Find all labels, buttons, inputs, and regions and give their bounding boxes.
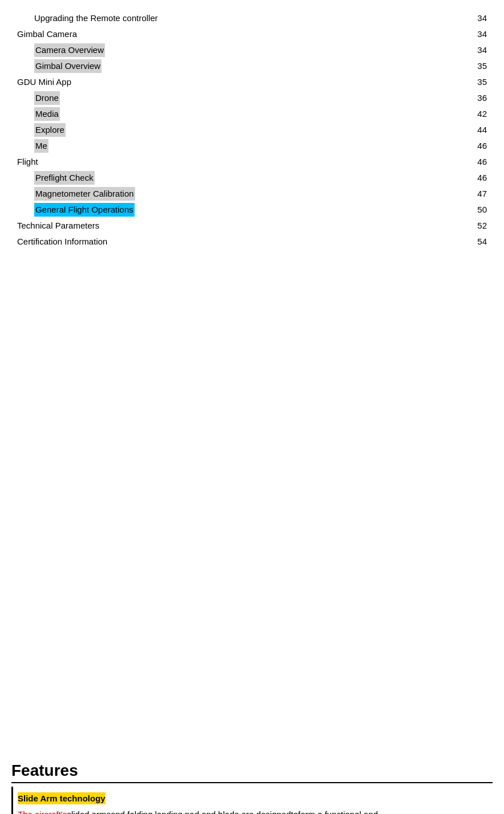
body-underline2: to [291,808,298,814]
toc-page: 46 [477,171,487,185]
toc-entry-technical-parameters[interactable]: Technical Parameters 52 [17,219,487,233]
toc-dots [67,125,476,134]
toc-label: Explore [34,123,66,137]
toc-label: Technical Parameters [17,219,99,233]
toc-label: Gimbal Camera [17,27,77,41]
toc-label: Media [34,107,60,121]
toc-label: Camera Overview [34,43,105,57]
toc-entry-me[interactable]: Me 46 [17,139,487,153]
toc-dots [136,189,477,198]
toc-dots [136,205,477,214]
toc-entry-gimbal-camera[interactable]: Gimbal Camera 34 [17,27,487,41]
toc-page: 35 [477,59,487,73]
toc-dots [72,78,476,86]
toc-dots [61,93,476,102]
aircraft-link[interactable]: The aircraft’s [18,808,67,814]
toc-page: 44 [477,123,487,137]
toc-page: 42 [477,107,487,121]
page-container: Upgrading the Remote controller 34 Gimba… [0,0,504,814]
toc-page: 52 [477,219,487,233]
toc-label: Gimbal Overview [34,59,101,73]
toc-dots [39,157,477,166]
features-body: The aircraft’s slided arms and folding l… [18,808,493,814]
toc-label: Preflight Check [34,171,95,185]
toc-entry-preflight-check[interactable]: Preflight Check 46 [17,171,487,185]
slide-arm-block: Slide Arm technology The aircraft’s slid… [11,787,493,814]
toc-dots [106,46,476,54]
toc-label: GDU Mini App [17,75,71,89]
toc-page: 36 [477,91,487,105]
body-text-2: and folding landing pad and blade are de… [111,808,291,814]
features-section: Features Slide Arm technology The aircra… [0,762,504,814]
toc-entry-general-flight-operations[interactable]: General Flight Operations 50 [17,203,487,217]
toc-entry-camera-overview[interactable]: Camera Overview 34 [17,43,487,57]
toc-dots [61,109,476,118]
toc-page: 35 [477,75,487,89]
toc-dots [108,237,476,246]
toc-page: 50 [477,203,487,217]
toc-label: Me [34,139,48,153]
toc-page: 34 [477,11,487,25]
toc-entry-certification-information[interactable]: Certification Information 54 [17,235,487,249]
toc-section: Upgrading the Remote controller 34 Gimba… [0,0,504,249]
toc-dots [159,14,477,22]
toc-entry-flight[interactable]: Flight 46 [17,155,487,169]
toc-entry-magnetometer-calibration[interactable]: Magnetometer Calibration 47 [17,187,487,201]
body-text-1: slided arm [67,808,106,814]
toc-label: Drone [34,91,60,105]
toc-entry-gdu-mini-app[interactable]: GDU Mini App 35 [17,75,487,89]
toc-entry-upgrading-remote[interactable]: Upgrading the Remote controller 34 [17,11,487,25]
toc-page: 34 [477,43,487,57]
toc-page: 47 [477,187,487,201]
toc-page: 34 [477,27,487,41]
toc-label: General Flight Operations [34,203,135,217]
toc-page: 54 [477,235,487,249]
toc-entry-drone[interactable]: Drone 36 [17,91,487,105]
toc-dots [103,62,476,70]
features-title: Features [11,762,493,783]
slide-arm-title: Slide Arm technology [18,792,105,804]
toc-dots [78,30,476,38]
toc-entry-media[interactable]: Media 42 [17,107,487,121]
toc-label: Certification Information [17,235,107,249]
toc-dots [100,221,476,230]
body-text-3: form a functional and [298,808,378,814]
toc-label: Upgrading the Remote controller [34,11,158,25]
toc-page: 46 [477,155,487,169]
toc-label: Magnetometer Calibration [34,187,135,201]
toc-entry-explore[interactable]: Explore 44 [17,123,487,137]
toc-label: Flight [17,155,38,169]
toc-dots [50,141,476,150]
body-underline: s [107,808,111,814]
toc-page: 46 [477,139,487,153]
toc-dots [96,173,477,182]
toc-entry-gimbal-overview[interactable]: Gimbal Overview 35 [17,59,487,73]
